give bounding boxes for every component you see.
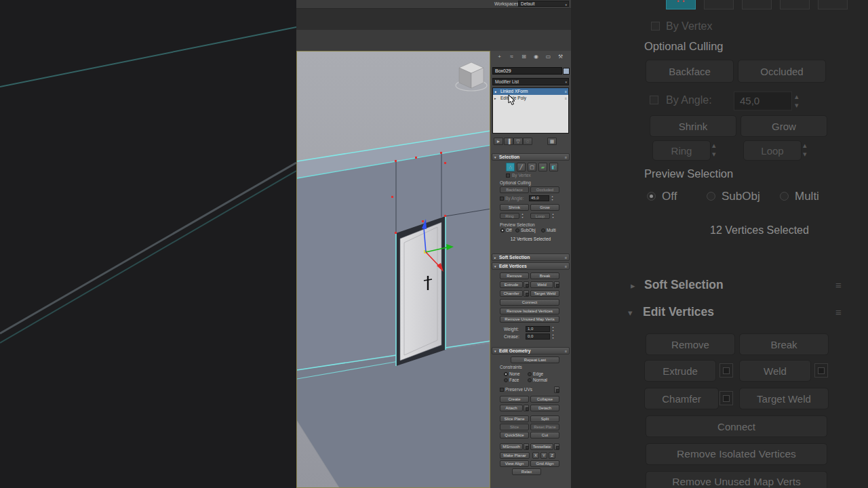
weight-spinner[interactable]: 1,0	[526, 326, 550, 332]
cut-button[interactable]: Cut	[530, 432, 559, 439]
hierarchy-tab-icon[interactable]: ⊞	[519, 52, 529, 61]
modifier-list-dropdown[interactable]: Modifier List ▾	[492, 78, 569, 85]
preview-subobj-radio[interactable]	[515, 228, 519, 232]
ring-button[interactable]: Ring	[500, 213, 519, 219]
configure-modifier-sets-icon[interactable]: ▦	[547, 138, 557, 145]
planar-y-button[interactable]: Y	[540, 452, 547, 459]
constraint-face-radio[interactable]	[504, 378, 508, 382]
modify-tab-icon[interactable]: ≈	[507, 52, 517, 61]
chamfer-button[interactable]: Chamfer	[500, 290, 523, 297]
extrude-settings-button[interactable]	[524, 281, 529, 288]
by-angle-spinner[interactable]: 45,0	[529, 195, 549, 201]
weld-settings-button[interactable]	[554, 281, 559, 288]
stack-row-editable-poly[interactable]: ▸ Editable Poly ≡	[493, 95, 568, 102]
attach-button[interactable]: Attach	[500, 405, 523, 411]
constraint-none-radio[interactable]	[504, 372, 508, 376]
motion-tab-icon[interactable]: ◉	[531, 52, 541, 61]
planar-x-button[interactable]: X	[532, 452, 539, 459]
grid-align-button[interactable]: Grid Align	[530, 460, 559, 467]
remove-unused-map-verts-button[interactable]: Remove Unused Map Verts	[500, 316, 559, 323]
preview-off-radio[interactable]	[500, 228, 505, 232]
loop-button[interactable]: Loop	[530, 213, 550, 219]
reset-plane-button[interactable]: Reset Plane	[530, 424, 559, 430]
constraint-edge-radio[interactable]	[528, 372, 532, 376]
stack-row-menu-icon[interactable]: ≡	[565, 95, 567, 102]
vertex-subobject-button[interactable]: ∴	[506, 163, 515, 171]
loop-spinner-arrows[interactable]: ▴ ▾	[551, 213, 555, 219]
workspaces-dropdown[interactable]: Default ▾	[518, 1, 569, 7]
connect-button[interactable]: Connect	[500, 299, 559, 306]
weld-button[interactable]: Weld	[530, 281, 553, 288]
rollout-soft-selection[interactable]: ▸ Soft Selection ≡	[492, 253, 570, 261]
door-panel[interactable]	[400, 222, 441, 361]
slice-button[interactable]: Slice	[500, 424, 529, 430]
border-subobject-button[interactable]: ▢	[528, 163, 536, 171]
wall-front-face[interactable]	[297, 145, 490, 370]
attach-settings-button[interactable]	[524, 405, 529, 411]
remove-isolated-vertices-button[interactable]: Remove Isolated Vertices	[500, 308, 559, 314]
expand-arrow-icon[interactable]: ▸	[494, 95, 496, 102]
quickslice-button[interactable]: QuickSlice	[500, 432, 529, 439]
rollout-edit-vertices[interactable]: ▾ Edit Vertices ≡	[492, 262, 570, 270]
collapse-button[interactable]: Collapse	[530, 396, 559, 403]
relax-button[interactable]: Relax	[512, 468, 541, 475]
tessellate-settings-button[interactable]	[554, 443, 559, 450]
chamfer-settings-button[interactable]	[524, 290, 529, 297]
tessellate-button[interactable]: Tessellate	[530, 443, 553, 450]
display-tab-icon[interactable]: ▭	[543, 52, 553, 61]
slice-plane-button[interactable]: Slice Plane	[500, 415, 529, 422]
spinner-down-icon[interactable]: ▾	[551, 337, 555, 340]
edge-subobject-button[interactable]: ╱	[517, 163, 526, 171]
repeat-last-button[interactable]: Repeat Last	[511, 357, 559, 363]
preserve-uvs-checkbox[interactable]	[500, 388, 504, 392]
crease-spinner[interactable]: 0,0	[526, 333, 550, 340]
remove-modifier-icon[interactable]: ◌	[523, 138, 532, 145]
ring-spinner-arrows[interactable]: ▴ ▾	[520, 213, 525, 219]
msmooth-button[interactable]: MSmooth	[500, 443, 523, 450]
perspective-viewport[interactable]	[296, 51, 490, 488]
by-vertex-checkbox[interactable]	[506, 174, 510, 178]
shrink-button[interactable]: Shrink	[500, 204, 529, 211]
pin-stack-icon[interactable]: ►	[494, 138, 503, 145]
target-weld-button[interactable]: Target Weld	[530, 290, 559, 297]
constraint-normal-radio[interactable]	[528, 378, 532, 382]
create-button[interactable]: Create	[500, 396, 529, 403]
backface-button[interactable]: Backface	[500, 186, 529, 193]
extrude-button[interactable]: Extrude	[500, 281, 523, 288]
remove-button[interactable]: Remove	[500, 272, 529, 279]
spinner-down-icon[interactable]: ▾	[520, 216, 525, 220]
element-subobject-button[interactable]: ◧	[549, 163, 558, 171]
spinner-down-icon[interactable]: ▾	[551, 329, 555, 333]
object-name-field[interactable]	[492, 67, 562, 75]
msmooth-settings-button[interactable]	[524, 443, 529, 450]
make-planar-button[interactable]: Make Planar	[500, 452, 530, 459]
weight-spinner-arrows[interactable]: ▴ ▾	[551, 326, 555, 332]
crease-spinner-arrows[interactable]: ▴ ▾	[551, 333, 555, 340]
selection-status-text-large: 12 Vertices Selected	[710, 224, 809, 237]
occluded-button[interactable]: Occluded	[530, 186, 559, 193]
polygon-subobject-button[interactable]: ▰	[538, 163, 547, 171]
stack-row-menu-icon[interactable]: ≡	[565, 88, 567, 95]
rollout-edit-geometry[interactable]: ▾ Edit Geometry ≡	[492, 347, 570, 354]
preview-selection-label-large: Preview Selection	[644, 167, 733, 180]
spinner-down-icon[interactable]: ▾	[550, 199, 555, 202]
preserve-uvs-settings-button[interactable]	[554, 386, 559, 393]
planar-z-button[interactable]: Z	[549, 452, 555, 459]
detach-button[interactable]: Detach	[530, 405, 559, 411]
view-align-button[interactable]: View Align	[500, 460, 529, 467]
split-button[interactable]: Split	[530, 415, 559, 422]
create-tab-icon[interactable]: +	[494, 52, 505, 61]
object-color-swatch[interactable]	[563, 68, 570, 75]
by-angle-spinner-arrows[interactable]: ▴ ▾	[550, 195, 555, 201]
grow-button[interactable]: Grow	[530, 204, 559, 211]
by-angle-checkbox[interactable]	[500, 197, 504, 201]
utilities-tab-icon[interactable]: ⚒	[555, 52, 566, 61]
make-unique-icon[interactable]: ▽	[513, 138, 523, 145]
spinner-down-icon[interactable]: ▾	[551, 216, 555, 220]
stack-row-linked-xform[interactable]: ● Linked XForm ≡	[493, 88, 568, 95]
preview-multi-radio[interactable]	[541, 228, 545, 232]
rollout-selection[interactable]: ▾ Selection ≡	[492, 153, 570, 161]
show-end-result-icon[interactable]: ▐	[504, 138, 513, 145]
break-button[interactable]: Break	[530, 272, 559, 279]
visibility-eye-icon[interactable]: ●	[494, 88, 496, 95]
